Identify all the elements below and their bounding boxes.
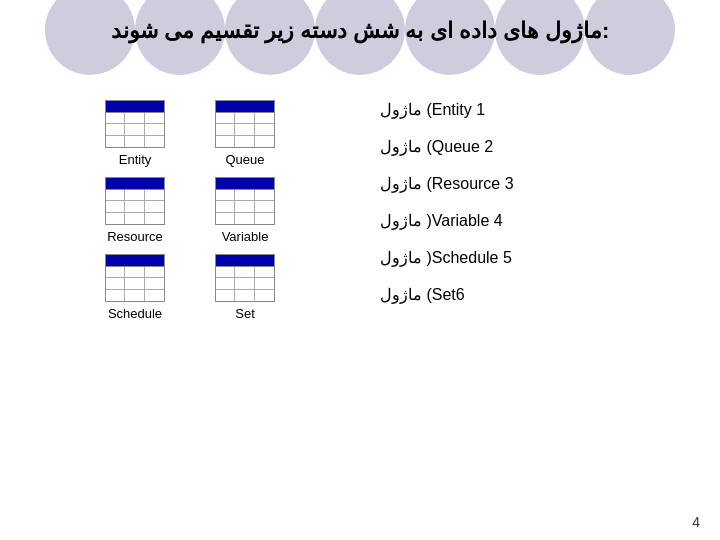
title-area: :ماژول های داده ای به شش دسته زیر تقسیم … xyxy=(0,18,720,44)
set-header xyxy=(216,255,274,267)
list-panel: Entity 1) ماژول Queue 2) ماژول Resource … xyxy=(380,90,720,540)
queue-body xyxy=(216,113,274,147)
entity-body xyxy=(106,113,164,147)
schedule-label: Schedule xyxy=(108,306,162,321)
icon-item-set: Set xyxy=(215,254,275,321)
icon-item-variable: Variable xyxy=(215,177,275,244)
variable-icon xyxy=(215,177,275,225)
icon-item-resource: Resource xyxy=(105,177,165,244)
main-content: Entity Que xyxy=(0,90,720,540)
entity-icon xyxy=(105,100,165,148)
icons-panel: Entity Que xyxy=(0,90,380,540)
variable-label: Variable xyxy=(222,229,269,244)
slide-title: :ماژول های داده ای به شش دسته زیر تقسیم … xyxy=(111,18,609,44)
resource-header xyxy=(106,178,164,190)
icon-row-1: Entity Que xyxy=(105,100,275,167)
variable-body xyxy=(216,190,274,224)
variable-header xyxy=(216,178,274,190)
resource-icon xyxy=(105,177,165,225)
queue-label: Queue xyxy=(225,152,264,167)
list-item-5: Schedule 5( ماژول xyxy=(380,248,512,267)
icon-item-queue: Queue xyxy=(215,100,275,167)
queue-icon xyxy=(215,100,275,148)
set-label: Set xyxy=(235,306,255,321)
schedule-body xyxy=(106,267,164,301)
list-item-4: Variable 4( ماژول xyxy=(380,211,503,230)
entity-label: Entity xyxy=(119,152,152,167)
set-icon xyxy=(215,254,275,302)
resource-label: Resource xyxy=(107,229,163,244)
schedule-icon xyxy=(105,254,165,302)
icon-item-schedule: Schedule xyxy=(105,254,165,321)
page-number: 4 xyxy=(692,514,700,530)
list-item-3: Resource 3) ماژول xyxy=(380,174,514,193)
resource-body xyxy=(106,190,164,224)
icon-row-2: Resource V xyxy=(105,177,275,244)
list-item-6: Set6) ماژول xyxy=(380,285,465,304)
icon-row-3: Schedule S xyxy=(105,254,275,321)
icon-item-entity: Entity xyxy=(105,100,165,167)
set-body xyxy=(216,267,274,301)
schedule-header xyxy=(106,255,164,267)
entity-header xyxy=(106,101,164,113)
list-item-2: Queue 2) ماژول xyxy=(380,137,493,156)
list-item-1: Entity 1) ماژول xyxy=(380,100,485,119)
queue-header xyxy=(216,101,274,113)
